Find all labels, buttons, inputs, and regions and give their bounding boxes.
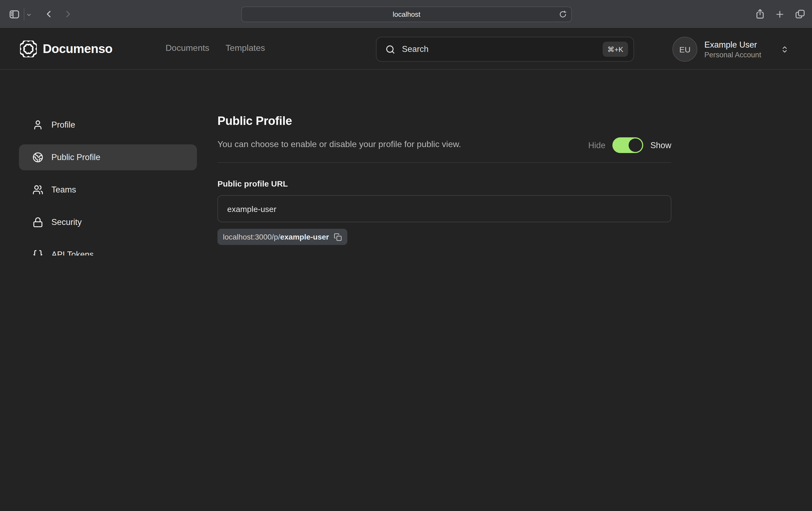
top-nav: Documents Templates (166, 43, 265, 53)
share-icon[interactable] (755, 8, 765, 20)
braces-icon (32, 249, 43, 256)
toggle-show-label: Show (650, 140, 671, 150)
sidebar-item-public-profile[interactable]: Public Profile (19, 144, 197, 170)
brand[interactable]: Documenso (20, 40, 113, 57)
users-icon (32, 184, 43, 195)
sidebar-item-teams[interactable]: Teams (19, 177, 197, 203)
sidebar-item-api-tokens[interactable]: API Tokens (19, 242, 197, 256)
lock-icon (32, 217, 43, 228)
search-input[interactable] (402, 44, 602, 54)
app-window: Documenso Documents Templates ⌘+K EU Exa… (0, 29, 812, 256)
forward-icon[interactable] (63, 9, 74, 20)
section-header: Public Profile You can choose to enable … (218, 114, 671, 150)
profile-url-label: Public profile URL (218, 179, 671, 189)
public-profile-settings: Public Profile You can choose to enable … (218, 98, 671, 256)
reload-icon[interactable] (559, 10, 567, 19)
globe-icon (32, 152, 43, 163)
account-switcher[interactable]: EU Example User Personal Account (672, 37, 789, 62)
visibility-control: Hide Show (588, 137, 671, 153)
nav-documents[interactable]: Documents (166, 43, 209, 53)
sidebar-toggle-icon[interactable] (9, 9, 20, 20)
browser-chrome: localhost (0, 0, 812, 29)
search-shortcut-badge: ⌘+K (602, 42, 628, 57)
toggle-knob (629, 139, 642, 152)
profile-url-input[interactable] (218, 195, 671, 222)
avatar: EU (672, 37, 697, 62)
sidebar-item-label: Public Profile (51, 152, 100, 162)
tabs-overview-icon[interactable] (795, 9, 806, 20)
account-name: Example User (704, 39, 776, 50)
search-box[interactable]: ⌘+K (376, 37, 634, 62)
account-type: Personal Account (704, 50, 776, 59)
toggle-hide-label: Hide (588, 140, 606, 150)
profile-visibility-toggle[interactable] (612, 137, 643, 153)
profile-url-preview-text: localhost:3000/p/example-user (223, 233, 329, 241)
profile-url-preview: localhost:3000/p/example-user (218, 229, 347, 245)
page-title: Public Profile (218, 114, 671, 129)
settings-sidebar: Profile Public Profile Teams Security (19, 112, 197, 256)
address-bar[interactable]: localhost (241, 6, 572, 22)
back-icon[interactable] (43, 9, 54, 20)
sidebar-item-profile[interactable]: Profile (19, 112, 197, 138)
sidebar-item-label: API Tokens (51, 250, 94, 256)
brand-name: Documenso (43, 42, 113, 56)
divider (218, 162, 671, 163)
sidebar-item-label: Security (51, 217, 82, 227)
screen: localhost Documenso (0, 0, 812, 256)
account-texts: Example User Personal Account (704, 39, 776, 59)
sidebar-item-label: Teams (51, 185, 76, 195)
address-bar-url: localhost (393, 10, 420, 19)
search-icon (385, 44, 396, 54)
app-header: Documenso Documents Templates ⌘+K EU Exa… (0, 29, 812, 70)
sidebar-item-label: Profile (51, 120, 75, 130)
chevrons-up-down-icon (781, 45, 789, 53)
new-tab-icon[interactable] (775, 9, 785, 20)
documenso-logo-icon (20, 40, 37, 57)
copy-icon[interactable] (334, 233, 342, 241)
chevron-down-icon[interactable] (26, 12, 32, 18)
nav-templates[interactable]: Templates (226, 43, 265, 53)
user-icon (32, 120, 43, 130)
chrome-divider (24, 8, 24, 21)
sidebar-item-security[interactable]: Security (19, 209, 197, 235)
